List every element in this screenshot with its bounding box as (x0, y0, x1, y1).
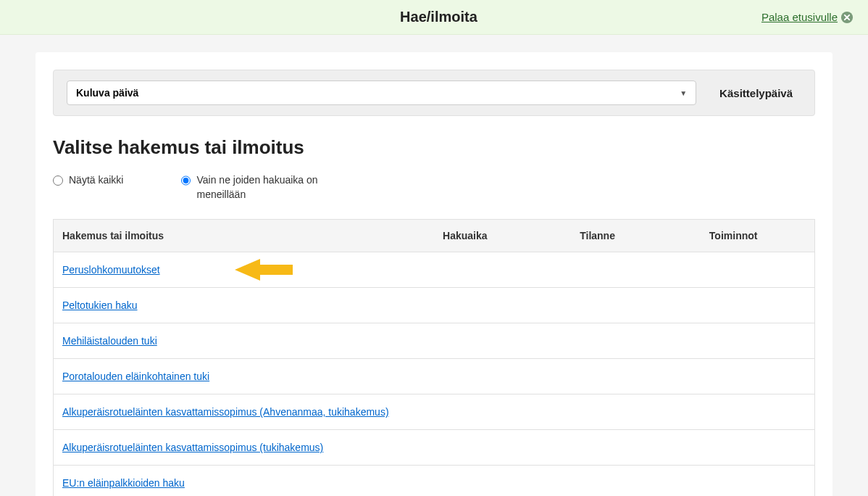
radio-only-open-input[interactable] (181, 175, 191, 186)
radio-show-all-input[interactable] (53, 175, 63, 186)
cell-status (571, 359, 701, 394)
radio-show-all-label[interactable]: Näytä kaikki (69, 173, 123, 188)
table-row: Mehiläistalouden tuki (54, 323, 815, 359)
radio-group: Näytä kaikki Vain ne joiden hakuaika on … (53, 173, 815, 202)
cell-status (571, 323, 701, 359)
table-row: EU:n eläinpalkkioiden haku (54, 466, 815, 496)
cell-status (571, 252, 701, 288)
th-time: Hakuaika (434, 220, 571, 252)
th-actions: Toiminnot (701, 220, 815, 252)
th-status: Tilanne (571, 220, 701, 252)
application-link[interactable]: Alkuperäisrotueläinten kasvattamissopimu… (62, 406, 389, 418)
cell-actions (701, 466, 815, 496)
dropdown-value: Kuluva päivä (76, 87, 138, 99)
filter-bar: Kuluva päivä ▼ Käsittelypäivä (53, 70, 815, 116)
close-icon (840, 11, 854, 24)
cell-name: Alkuperäisrotueläinten kasvattamissopimu… (54, 430, 435, 466)
back-to-home-link[interactable]: Palaa etusivulle (761, 11, 854, 24)
main-container: Kuluva päivä ▼ Käsittelypäivä Valitse ha… (36, 52, 832, 496)
application-link[interactable]: Peltotukien haku (62, 299, 138, 311)
header-bar: Hae/ilmoita Palaa etusivulle (0, 0, 868, 35)
cell-status (571, 466, 701, 496)
back-link-label: Palaa etusivulle (761, 11, 838, 23)
cell-name: Alkuperäisrotueläinten kasvattamissopimu… (54, 394, 435, 430)
cell-time (434, 359, 571, 394)
cell-name: EU:n eläinpalkkioiden haku (54, 466, 435, 496)
cell-actions (701, 359, 815, 394)
section-title: Valitse hakemus tai ilmoitus (53, 136, 815, 159)
application-link[interactable]: Alkuperäisrotueläinten kasvattamissopimu… (62, 442, 323, 453)
filter-label: Käsittelypäivä (711, 87, 801, 99)
cell-actions (701, 394, 815, 430)
cell-actions (701, 252, 815, 288)
th-name: Hakemus tai ilmoitus (54, 220, 435, 252)
application-link[interactable]: Mehiläistalouden tuki (62, 335, 157, 347)
cell-name: Porotalouden eläinkohtainen tuki (54, 359, 435, 394)
application-link[interactable]: Peruslohkomuutokset (62, 264, 160, 276)
date-filter-button[interactable]: Kuluva päivä ▼ (67, 80, 696, 105)
cell-status (571, 288, 701, 323)
cell-actions (701, 323, 815, 359)
cell-time (434, 252, 571, 288)
radio-show-all[interactable]: Näytä kaikki (53, 173, 123, 202)
cell-time (434, 323, 571, 359)
applications-table: Hakemus tai ilmoitus Hakuaika Tilanne To… (53, 219, 815, 496)
cell-time (434, 466, 571, 496)
cell-status (571, 430, 701, 466)
table-header-row: Hakemus tai ilmoitus Hakuaika Tilanne To… (54, 220, 815, 252)
cell-name: Peltotukien haku (54, 288, 435, 323)
table-row: Alkuperäisrotueläinten kasvattamissopimu… (54, 394, 815, 430)
radio-only-open[interactable]: Vain ne joiden hakuaika on meneillään (181, 173, 341, 202)
cell-name: Mehiläistalouden tuki (54, 323, 435, 359)
table-row: Peruslohkomuutokset (54, 252, 815, 288)
application-link[interactable]: EU:n eläinpalkkioiden haku (62, 477, 185, 489)
cell-status (571, 394, 701, 430)
cell-time (434, 288, 571, 323)
radio-only-open-label[interactable]: Vain ne joiden hakuaika on meneillään (196, 173, 341, 202)
date-filter-dropdown[interactable]: Kuluva päivä ▼ (67, 80, 696, 105)
cell-time (434, 394, 571, 430)
cell-name: Peruslohkomuutokset (54, 252, 435, 288)
arrow-pointer-icon (235, 259, 293, 281)
chevron-down-icon: ▼ (680, 89, 687, 97)
cell-actions (701, 288, 815, 323)
application-link[interactable]: Porotalouden eläinkohtainen tuki (62, 371, 209, 382)
page-title: Hae/ilmoita (116, 9, 761, 25)
cell-actions (701, 430, 815, 466)
table-row: Alkuperäisrotueläinten kasvattamissopimu… (54, 430, 815, 466)
table-row: Peltotukien haku (54, 288, 815, 323)
table-row: Porotalouden eläinkohtainen tuki (54, 359, 815, 394)
cell-time (434, 430, 571, 466)
